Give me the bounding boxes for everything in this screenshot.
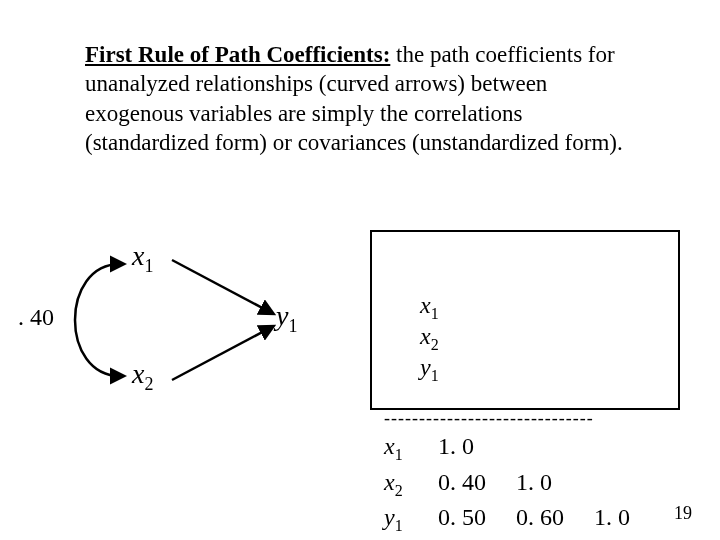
- col-x2: x2: [420, 323, 492, 354]
- cell-y1x1: 0. 50: [438, 501, 510, 533]
- svg-line-0: [172, 260, 270, 312]
- cell-x1x1: 1. 0: [438, 430, 510, 462]
- rule-paragraph: First Rule of Path Coefficients: the pat…: [85, 40, 645, 158]
- cell-y1x2: 0. 60: [516, 501, 588, 533]
- row-x1-label: x1: [384, 430, 432, 465]
- row-x2-label: x2: [384, 466, 432, 501]
- row-y1-label: y1: [384, 501, 432, 536]
- cell-x2x2: 1. 0: [516, 466, 588, 498]
- var-x1: x1: [132, 240, 153, 277]
- diagram-svg: [20, 230, 320, 430]
- cell-x2x1: 0. 40: [438, 466, 510, 498]
- cell-y1y1: 1. 0: [594, 501, 666, 533]
- coef-x1x2: . 40: [18, 304, 54, 331]
- table-row: y1 0. 50 0. 60 1. 0: [384, 501, 666, 536]
- slide: First Rule of Path Coefficients: the pat…: [0, 0, 720, 540]
- col-x1: x1: [420, 292, 492, 323]
- var-y1: y1: [276, 300, 297, 337]
- col-y1: y1: [420, 354, 439, 385]
- table-header: x1 x2 y1: [384, 238, 666, 411]
- table-divider: ------------------------------: [384, 413, 666, 424]
- rule-title: First Rule of Path Coefficients:: [85, 42, 390, 67]
- table-row: x2 0. 40 1. 0: [384, 466, 666, 501]
- svg-line-1: [172, 328, 270, 380]
- correlation-table: x1 x2 y1 ------------------------------ …: [370, 230, 680, 410]
- path-diagram: x1 x2 y1 . 40: [20, 230, 320, 430]
- var-x2: x2: [132, 358, 153, 395]
- table-row: x1 1. 0: [384, 430, 666, 465]
- page-number: 19: [674, 503, 692, 524]
